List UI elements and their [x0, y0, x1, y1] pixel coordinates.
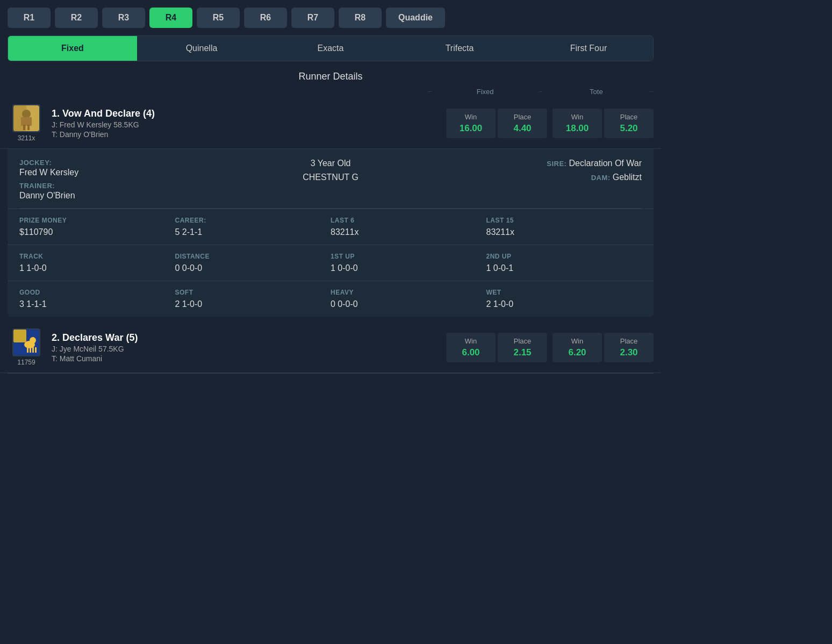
- runner-1-info: 1. Vow And Declare (4) J: Fred W Kersley…: [45, 108, 446, 139]
- stat-distance: DISTANCE 0 0-0-0: [175, 245, 331, 281]
- bet-tab-firstfour[interactable]: First Four: [524, 36, 653, 61]
- bet-tab-fixed[interactable]: Fixed: [8, 36, 137, 61]
- runner-1-fixed-place[interactable]: Place 4.40: [498, 109, 547, 138]
- stat-2ndup: 2ND UP 1 0-0-1: [486, 245, 642, 281]
- runner-1-fixed-place-value: 4.40: [503, 123, 542, 134]
- runner-2-fixed-win[interactable]: Win 6.00: [446, 333, 496, 362]
- svg-rect-14: [33, 337, 34, 341]
- place-label-1: Place: [503, 113, 542, 121]
- runner-1-expanded: JOCKEY: Fred W Kersley TRAINER: Danny O'…: [8, 149, 654, 317]
- tab-quaddie[interactable]: Quaddie: [386, 8, 445, 28]
- runner-1-odds: Win 16.00 Place 4.40 Win 18.00 Place 5.2…: [446, 109, 654, 138]
- runner-2-tote-odds: Win 6.20 Place 2.30: [553, 333, 654, 362]
- runner-2-tote-win-value: 6.20: [558, 347, 597, 358]
- race-tabs-container: R1 R2 R3 R4 R5 R6 R7 R8 Quaddie: [0, 0, 661, 28]
- fixed-tote-header: Fixed Tote: [0, 88, 661, 96]
- runner-2-fixed-place-value: 2.15: [503, 347, 542, 358]
- stat-last6: LAST 6 83211x: [331, 209, 486, 245]
- stat-good: GOOD 3 1-1-1: [19, 281, 175, 317]
- svg-point-2: [22, 110, 31, 118]
- stat-last15: LAST 15 83211x: [486, 209, 642, 245]
- runner-1-sire-col: SIRE: Declaration Of War DAM: Geblitzt: [445, 159, 642, 182]
- svg-rect-10: [27, 347, 28, 353]
- runner-1-name: 1. Vow And Declare (4): [52, 108, 446, 119]
- runner-1-tote-win[interactable]: Win 18.00: [553, 109, 602, 138]
- runner-1-age-col: 3 Year Old CHESTNUT G: [232, 159, 429, 182]
- runner-1-age: 3 Year Old: [232, 159, 429, 168]
- runner-2-fixed-place[interactable]: Place 2.15: [498, 333, 547, 362]
- tab-r5[interactable]: R5: [197, 8, 240, 28]
- runner-2-odds: Win 6.00 Place 2.15 Win 6.20 Place 2.30: [446, 333, 654, 362]
- tab-r8[interactable]: R8: [339, 8, 382, 28]
- win-label-1: Win: [451, 113, 490, 121]
- svg-rect-11: [30, 347, 31, 353]
- runner-2-tote-win[interactable]: Win 6.20: [553, 333, 602, 362]
- svg-rect-13: [35, 347, 37, 353]
- place-label-2: Place: [503, 337, 542, 345]
- runner-2-tote-place-value: 2.30: [609, 347, 648, 358]
- runner-2-fixed-odds: Win 6.00 Place 2.15: [446, 333, 547, 362]
- runner-1-sire: Declaration Of War: [569, 159, 642, 168]
- runner-1-trainer: T: Danny O'Brien: [52, 130, 446, 139]
- svg-rect-4: [23, 125, 25, 130]
- tab-r2[interactable]: R2: [55, 8, 98, 28]
- career-value: 5 2-1-1: [175, 227, 331, 237]
- runner-2-info: 2. Declares War (5) J: Jye McNeil 57.5KG…: [45, 332, 446, 363]
- runner-2-silk: 11759: [8, 328, 45, 366]
- runner-1-silk: 3211x: [8, 104, 45, 142]
- runner-1-jockey-col: JOCKEY: Fred W Kersley TRAINER: Danny O'…: [19, 159, 216, 201]
- 2ndup-value: 1 0-0-1: [486, 263, 642, 273]
- stat-career: CAREER: 5 2-1-1: [175, 209, 331, 245]
- runner-1-dam: Geblitzt: [613, 173, 642, 182]
- runner-1-stats-row-3: GOOD 3 1-1-1 SOFT 2 1-0-0 HEAVY 0 0-0-0 …: [8, 281, 654, 317]
- stat-1stup: 1ST UP 1 0-0-0: [331, 245, 486, 281]
- last15-value: 83211x: [486, 227, 642, 237]
- stat-wet: WET 2 1-0-0: [486, 281, 642, 317]
- bet-tab-exacta[interactable]: Exacta: [266, 36, 395, 61]
- good-value: 3 1-1-1: [19, 299, 175, 309]
- bet-tab-quinella[interactable]: Quinella: [137, 36, 266, 61]
- tab-r4[interactable]: R4: [149, 8, 192, 28]
- runner-row-2: 11759 2. Declares War (5) J: Jye McNeil …: [0, 322, 661, 373]
- runner-1-expanded-trainer: Danny O'Brien: [19, 191, 216, 201]
- svg-rect-3: [21, 117, 32, 126]
- bet-tabs-container: Fixed Quinella Exacta Trifecta First Fou…: [0, 35, 661, 61]
- runner-1-tote-win-value: 18.00: [558, 123, 597, 134]
- tab-r1[interactable]: R1: [8, 8, 51, 28]
- 1stup-value: 1 0-0-0: [331, 263, 486, 273]
- runner-1-tote-odds: Win 18.00 Place 5.20: [553, 109, 654, 138]
- svg-rect-7: [13, 330, 26, 342]
- wet-value: 2 1-0-0: [486, 299, 642, 309]
- stat-track: TRACK 1 1-0-0: [19, 245, 175, 281]
- runner-1-fixed-win[interactable]: Win 16.00: [446, 109, 496, 138]
- bet-tab-trifecta[interactable]: Trifecta: [395, 36, 524, 61]
- svg-rect-12: [32, 347, 34, 353]
- runner-2-name: 2. Declares War (5): [52, 332, 446, 344]
- stat-soft: SOFT 2 1-0-0: [175, 281, 331, 317]
- runner-1-stats-row-2: TRACK 1 1-0-0 DISTANCE 0 0-0-0 1ST UP 1 …: [8, 245, 654, 281]
- runner-2-jockey: J: Jye McNeil 57.5KG: [52, 345, 446, 353]
- svg-rect-5: [27, 125, 30, 130]
- runner-2-fixed-win-value: 6.00: [451, 347, 490, 358]
- runner-1-tote-place[interactable]: Place 5.20: [604, 109, 654, 138]
- last6-value: 83211x: [331, 227, 486, 237]
- runner-1-fixed-odds: Win 16.00 Place 4.40: [446, 109, 547, 138]
- stat-heavy: HEAVY 0 0-0-0: [331, 281, 486, 317]
- win-label-2t: Win: [558, 337, 597, 345]
- runner-2-trainer: T: Matt Cumani: [52, 354, 446, 363]
- runner-1-fixed-win-value: 16.00: [451, 123, 490, 134]
- runner-1-color: CHESTNUT G: [232, 173, 429, 182]
- tab-r7[interactable]: R7: [291, 8, 334, 28]
- runner-1-tote-place-value: 5.20: [609, 123, 648, 134]
- runner-1-expanded-jockey: Fred W Kersley: [19, 168, 216, 177]
- runner-row-1: 3211x 1. Vow And Declare (4) J: Fred W K…: [0, 98, 661, 149]
- track-value: 1 1-0-0: [19, 263, 175, 273]
- stat-prize-money: PRIZE MONEY $110790: [19, 209, 175, 245]
- tab-r6[interactable]: R6: [244, 8, 287, 28]
- soft-value: 2 1-0-0: [175, 299, 331, 309]
- place-label-2t: Place: [609, 337, 648, 345]
- fixed-label: Fixed: [432, 88, 539, 96]
- win-label-1t: Win: [558, 113, 597, 121]
- tab-r3[interactable]: R3: [102, 8, 145, 28]
- runner-2-tote-place[interactable]: Place 2.30: [604, 333, 654, 362]
